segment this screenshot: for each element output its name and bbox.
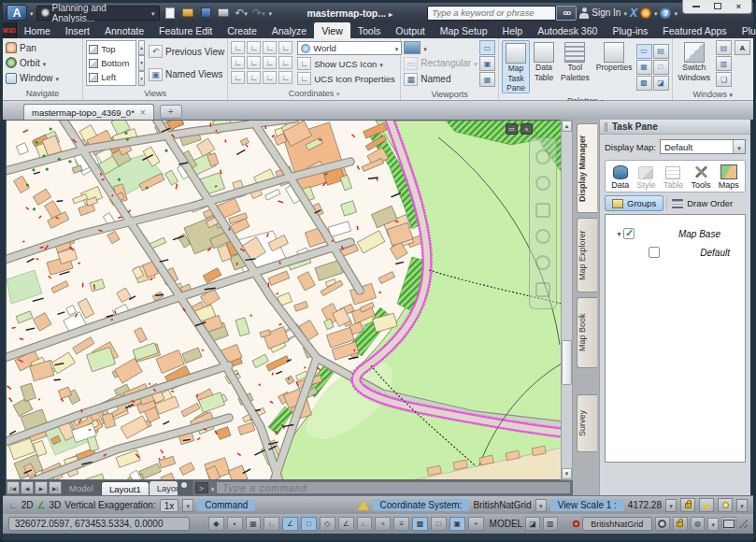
orbit-tool-icon[interactable] [535, 255, 550, 270]
ucs-button-7[interactable]: ∟ [263, 56, 277, 69]
named-viewport-button[interactable]: ▦Named [404, 73, 478, 86]
tab-map-book[interactable]: Map Book [577, 297, 597, 368]
prev-tab-button[interactable]: ◀ [21, 481, 34, 494]
quick-properties-toggle[interactable]: □ [431, 517, 447, 531]
viewports-panel-label[interactable]: Viewports [401, 89, 498, 101]
task-pane-header[interactable]: Task Pane [600, 120, 750, 135]
3d-object-snap-toggle[interactable]: ◇ [320, 517, 335, 531]
new-drawing-tab-button[interactable]: + [160, 105, 182, 119]
lineweight-toggle[interactable]: ≡ [393, 517, 409, 531]
viewport-config-button[interactable] [404, 41, 478, 54]
full-navigation-wheel-icon[interactable] [535, 150, 550, 164]
help-icon[interactable]: ? [660, 7, 671, 19]
vertical-exaggeration-value[interactable]: 1x [160, 499, 179, 512]
command-status[interactable]: Command [197, 499, 255, 511]
infer-constraints-toggle[interactable]: ◆ [208, 517, 224, 531]
file-tab-mastermap[interactable]: mastermap-topo_4369_0* [23, 104, 154, 120]
zoom-tool-icon[interactable] [535, 229, 550, 244]
views-panel-label[interactable]: Views [83, 88, 227, 100]
ucs-button-3[interactable]: ∟ [263, 41, 277, 54]
tile-horizontally-button[interactable]: ▤ [716, 40, 732, 55]
ucs-button-4[interactable]: ∟ [278, 41, 292, 54]
switch-windows-button[interactable]: SwitchWindows [676, 40, 713, 87]
coordinates-panel-label[interactable]: Coordinates » [228, 88, 400, 100]
palette-mini-2[interactable]: ▤ [653, 44, 669, 59]
quick-view-layouts-button[interactable]: ◪ [525, 517, 540, 531]
map-canvas[interactable]: ▭ × [6, 120, 561, 480]
view-scale-value[interactable]: 4172.28 [628, 500, 662, 510]
selection-cycling-toggle[interactable]: ▣ [449, 517, 465, 531]
ucs-button-12[interactable]: ∟ [278, 71, 292, 84]
named-ucs-combo[interactable]: World [297, 41, 402, 55]
maximize-button[interactable] [707, 0, 727, 12]
steering-wheel-icon[interactable] [535, 176, 550, 191]
annotation-alert-icon[interactable] [573, 521, 579, 527]
coordinate-system-field[interactable]: BritishNatGrid [582, 517, 652, 531]
viewport-close-button[interactable]: × [521, 123, 533, 135]
open-button[interactable] [180, 6, 196, 20]
transparency-toggle[interactable]: ▩ [412, 517, 428, 531]
app-menu-arrow-icon[interactable] [30, 7, 34, 18]
ucs-button-9[interactable]: ∟ [231, 71, 245, 84]
ucs-button-1[interactable]: ∟ [231, 41, 245, 54]
viewport-mini-2[interactable]: ▣ [479, 56, 495, 71]
help-arrow-icon[interactable] [674, 7, 678, 18]
layout2-tab[interactable]: Layout2 [150, 481, 178, 495]
palette-mini-6[interactable]: ◪ [653, 76, 669, 91]
ribbon-tab-create[interactable]: Create [220, 22, 264, 38]
model-space-button[interactable]: MODEL [490, 519, 523, 529]
qat-customize-icon[interactable] [269, 7, 273, 18]
ribbon-tab-output[interactable]: Output [388, 22, 433, 38]
command-history-arrow-icon[interactable] [211, 483, 215, 493]
quick-view-drawings-button[interactable]: ▥ [543, 517, 558, 531]
object-snap-toggle[interactable]: □ [301, 517, 317, 531]
view-list-item-left[interactable]: Left [89, 72, 134, 82]
grid-display-toggle[interactable]: ▦ [246, 517, 262, 531]
view-list-scroll-down[interactable]: ▼ [138, 55, 145, 70]
scroll-up-button[interactable]: ▲ [562, 121, 572, 132]
plot-button[interactable] [216, 6, 232, 20]
workspace-switching-button[interactable] [655, 517, 670, 531]
orbit-arrow-icon[interactable] [43, 58, 47, 68]
scale-lock-button[interactable] [680, 498, 695, 512]
model-tab[interactable]: Model [62, 480, 101, 495]
ribbon-tab-autodesk360[interactable]: Autodesk 360 [530, 22, 605, 38]
command-prompt-icon[interactable]: > [195, 482, 208, 493]
save-button[interactable] [198, 6, 214, 20]
dynamic-ucs-toggle[interactable]: ∟ [357, 517, 373, 531]
ucs-button-2[interactable]: ∟ [247, 41, 261, 54]
tile-vertically-button[interactable]: ▥ [716, 56, 732, 71]
ribbon-tab-plugins-2[interactable]: Plug-ins [735, 22, 756, 38]
scroll-down-button[interactable]: ▼ [562, 468, 572, 479]
display-map-arrow-icon[interactable] [733, 140, 745, 153]
ribbon-tab-help[interactable]: Help [495, 22, 531, 38]
maps-tool-button[interactable]: Maps [719, 164, 739, 190]
previous-view-button[interactable]: ↶Previous View [149, 45, 224, 58]
clean-screen-button[interactable] [721, 517, 736, 531]
coordinate-system-arrow[interactable] [535, 499, 547, 512]
annotation-monitor-toggle[interactable]: + [468, 517, 484, 531]
display-map-select[interactable]: Default [660, 139, 746, 154]
ribbon-tab-plugins[interactable]: Plug-ins [605, 22, 655, 38]
dynamic-input-toggle[interactable]: + [375, 517, 391, 531]
show-ucs-arrow-icon[interactable] [379, 59, 383, 69]
workspace-switcher[interactable]: Planning and Analysis... [36, 6, 160, 21]
ribbon-tab-map-setup[interactable]: Map Setup [433, 22, 495, 38]
close-button[interactable]: × [729, 0, 749, 12]
palette-mini-3[interactable]: ▦ [636, 60, 652, 75]
data-table-button[interactable]: DataTable [531, 40, 557, 93]
ucs-combo-arrow-icon[interactable] [395, 43, 399, 53]
command-input[interactable] [217, 482, 570, 493]
new-button[interactable] [163, 6, 178, 20]
navigation-bar[interactable] [529, 137, 557, 309]
ribbon-tab-tools[interactable]: Tools [350, 22, 389, 38]
vertical-exaggeration-arrow[interactable] [182, 499, 193, 512]
warning-triangle-icon[interactable] [358, 501, 369, 510]
sign-in-arrow-icon[interactable] [623, 7, 627, 18]
view-list-scroll-up[interactable]: ▲ [138, 40, 145, 55]
ucs-button-8[interactable]: ∟ [278, 56, 292, 69]
palette-mini-5[interactable]: ▩ [636, 76, 652, 91]
pan-button[interactable]: Pan [6, 42, 79, 53]
view-list-item-top[interactable]: Top [89, 44, 134, 54]
minimize-button[interactable] [686, 0, 706, 12]
